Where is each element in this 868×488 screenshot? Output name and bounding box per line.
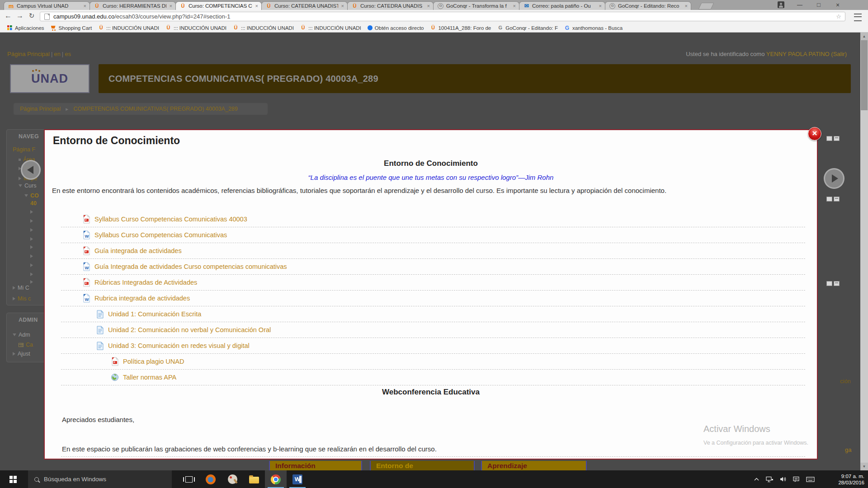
- unad-logo[interactable]: UNAD: [10, 64, 90, 93]
- window-maximize-button[interactable]: [811, 1, 826, 9]
- dialog-close-button[interactable]: [808, 127, 821, 141]
- taskbar-search-input[interactable]: Búsqueda en Windows: [28, 470, 172, 488]
- network-icon[interactable]: [766, 476, 774, 483]
- sidebar-item[interactable]: [30, 226, 35, 234]
- start-button[interactable]: [0, 470, 26, 488]
- reload-icon[interactable]: [26, 12, 37, 20]
- word-button[interactable]: W: [287, 470, 308, 488]
- back-icon[interactable]: [3, 12, 14, 20]
- browser-tab[interactable]: GoConqr - Transforma la f: [433, 1, 519, 10]
- logout-link[interactable]: (Salir): [831, 51, 847, 57]
- file-explorer-button[interactable]: [243, 470, 265, 488]
- resource-link[interactable]: Rubrica integrada de actividades: [94, 295, 190, 302]
- bookmark-item[interactable]: ::: INDUCCIÓN UNADI: [95, 25, 162, 31]
- firefox-button[interactable]: [200, 470, 222, 488]
- sidebar-item[interactable]: Ca: [19, 341, 33, 348]
- breadcrumb-home-link[interactable]: Página Principal: [20, 106, 61, 112]
- block-dock-icons[interactable]: [826, 197, 841, 202]
- resource-link[interactable]: Rúbricas Integradas de Actividades: [94, 279, 197, 286]
- resource-link[interactable]: Unidad 3: Comunicación en redes visual y…: [108, 342, 250, 349]
- tab-close-icon[interactable]: [338, 3, 347, 9]
- sidebar-item[interactable]: Mi C: [13, 284, 29, 291]
- bookmark-item[interactable]: ::: INDUCCIÓN UNADI: [297, 25, 364, 31]
- sidebar-item[interactable]: [30, 271, 35, 278]
- tab-close-icon[interactable]: [596, 3, 605, 9]
- sidebar-item[interactable]: Mis c: [13, 295, 31, 302]
- sidebar-item[interactable]: [30, 244, 35, 251]
- resource-link[interactable]: Taller normas APA: [123, 374, 176, 381]
- tab-close-icon[interactable]: [424, 3, 433, 9]
- unad-favicon: [351, 3, 358, 9]
- home-link[interactable]: Página Principal: [7, 51, 50, 57]
- page-scrollbar[interactable]: [860, 33, 868, 470]
- bookmark-star-icon[interactable]: [832, 13, 845, 20]
- window-close-button[interactable]: [830, 1, 845, 9]
- scroll-down-icon[interactable]: [860, 463, 868, 470]
- block-dock-icons[interactable]: [826, 136, 841, 141]
- tray-chevron-icon[interactable]: [754, 477, 760, 481]
- menu-icon[interactable]: [854, 14, 862, 21]
- tab-close-icon[interactable]: [682, 3, 691, 9]
- scrollbar-thumb[interactable]: [861, 40, 868, 110]
- section-tab-aprendizaje[interactable]: Aprendizaje: [481, 461, 587, 470]
- bookmark-item[interactable]: Aplicaciones: [4, 25, 47, 31]
- section-next-button[interactable]: [824, 168, 844, 189]
- window-minimize-button[interactable]: [792, 1, 807, 9]
- sidebar-item[interactable]: [30, 217, 35, 225]
- new-tab-button[interactable]: [698, 3, 714, 9]
- section-tab-informacion[interactable]: Información: [269, 461, 362, 470]
- bookmark-item[interactable]: xanthomonas - Busca: [561, 25, 626, 31]
- browser-tab[interactable]: Curso: HERRAMIENTAS DI: [90, 1, 176, 10]
- bookmark-item[interactable]: GoConqr - Editando: F: [494, 25, 561, 31]
- resource-link[interactable]: Syllabus Curso Competencias Comunicativa…: [94, 231, 227, 239]
- sidebar-item[interactable]: [30, 253, 35, 260]
- taskbar-clock[interactable]: 9:07 a. m. 28/03/2016: [838, 473, 864, 486]
- sidebar-item[interactable]: [30, 208, 35, 216]
- browser-tab[interactable]: Correo: paola patiño - Ou: [519, 1, 605, 10]
- resource-link[interactable]: Guía integrada de actividades: [94, 247, 182, 254]
- lang-en-link[interactable]: en: [54, 51, 60, 57]
- tab-close-icon[interactable]: [510, 3, 519, 9]
- block-dock-icons[interactable]: [826, 281, 841, 286]
- sidebar-item[interactable]: [30, 262, 35, 269]
- sidebar-item[interactable]: Curs: [19, 182, 36, 189]
- bookmark-item[interactable]: ::: INDUCCIÓN UNADI: [162, 25, 230, 31]
- browser-tab[interactable]: Curso: CATEDRA UNADIST: [261, 1, 348, 10]
- browser-tab[interactable]: Curso: CATEDRA UNADIS: [347, 1, 434, 10]
- resource-link[interactable]: Política plagio UNAD: [123, 358, 184, 365]
- sidebar-item[interactable]: CO: [24, 192, 39, 199]
- profile-icon[interactable]: [778, 1, 784, 8]
- sidebar-item[interactable]: [30, 235, 35, 243]
- speaker-icon[interactable]: [780, 476, 787, 482]
- browser-tab[interactable]: Campus Virtual UNAD: [4, 1, 90, 10]
- tab-close-icon[interactable]: [80, 3, 90, 9]
- sidebar-item[interactable]: Ajust: [13, 350, 30, 357]
- resource-link[interactable]: Guía Integrada de actividades Curso comp…: [94, 263, 287, 270]
- tab-close-icon[interactable]: [166, 3, 175, 9]
- sidebar-item[interactable]: Página F: [13, 146, 35, 153]
- bookmark-item[interactable]: Obtén acceso directo: [364, 25, 427, 31]
- task-view-button[interactable]: [178, 470, 200, 488]
- forward-icon[interactable]: [14, 12, 25, 20]
- lang-es-link[interactable]: es: [65, 51, 71, 57]
- section-prev-button[interactable]: [21, 160, 41, 180]
- sidebar-item[interactable]: Adm: [13, 331, 30, 338]
- scroll-up-icon[interactable]: [860, 33, 868, 40]
- browser-tab[interactable]: GoConqr - Editando: Reco: [605, 1, 691, 10]
- browser-tab[interactable]: Curso: COMPETENCIAS CO: [175, 1, 262, 10]
- resource-link[interactable]: Unidad 1: Comunicación Escrita: [108, 310, 201, 318]
- action-center-icon[interactable]: [793, 476, 800, 483]
- bookmark-item[interactable]: Shopping Cart: [47, 25, 95, 31]
- section-tab-entorno[interactable]: Entorno de: [370, 461, 475, 470]
- resource-link[interactable]: Unidad 2: Comunicación no verbal y Comun…: [108, 326, 271, 333]
- address-bar[interactable]: campus09.unad.edu.co /ecsah03/course/vie…: [40, 12, 845, 21]
- tab-close-icon[interactable]: [252, 3, 261, 9]
- touch-keyboard-icon[interactable]: [806, 477, 815, 482]
- bookmark-item[interactable]: ::: INDUCCIÓN UNADI: [230, 25, 297, 31]
- sidebar-item[interactable]: [30, 278, 35, 286]
- chrome-button[interactable]: [265, 470, 287, 488]
- resource-link[interactable]: Syllabus Curso Competencias Comunicativa…: [94, 216, 247, 223]
- bookmark-item[interactable]: 100411A_288: Foro de: [427, 25, 494, 31]
- paint-button[interactable]: [222, 470, 243, 488]
- sidebar-item[interactable]: 40: [30, 200, 37, 207]
